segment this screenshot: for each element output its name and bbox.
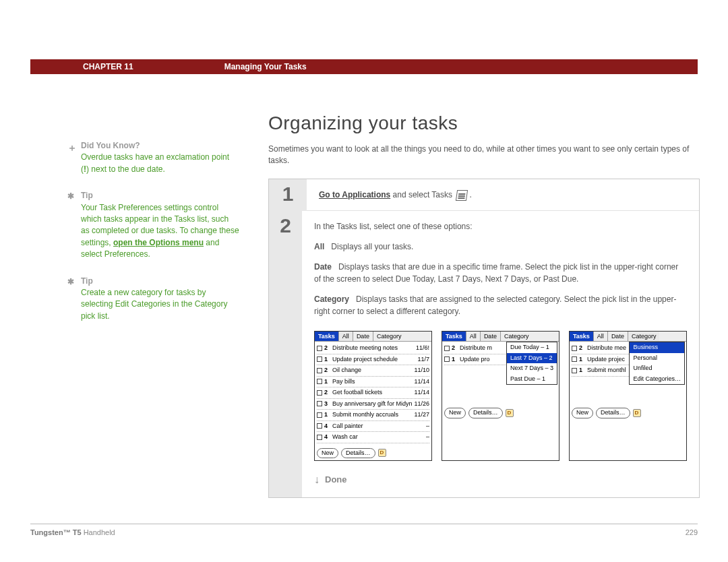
details-button[interactable]: Details… bbox=[341, 448, 375, 459]
task-row[interactable]: 4Wash car– bbox=[317, 432, 429, 443]
def-all-label: All bbox=[314, 242, 324, 251]
dropdown-option[interactable]: Personal bbox=[630, 353, 684, 364]
step-1: 1 Go to Applications and select Tasks . bbox=[269, 179, 699, 211]
mini-titlebar: Tasks All Date Category bbox=[570, 332, 686, 342]
priority: 4 bbox=[324, 422, 330, 431]
new-button[interactable]: New bbox=[572, 408, 593, 418]
step-num-col: 2 bbox=[269, 211, 302, 497]
task-row[interactable]: 1Update project schedule11/7 bbox=[317, 354, 429, 366]
def-category-text: Displays tasks that are assigned to the … bbox=[314, 294, 676, 316]
checkbox-icon[interactable] bbox=[317, 423, 322, 429]
tab-date[interactable]: Date bbox=[607, 332, 628, 341]
task-row[interactable]: 1Pay bills11/14 bbox=[317, 377, 429, 388]
task-row[interactable]: 3Buy anniversary gift for Midyne & Greg1… bbox=[317, 399, 429, 410]
task-date: – bbox=[426, 422, 429, 431]
checkbox-icon[interactable] bbox=[572, 346, 577, 351]
tab-category[interactable]: Category bbox=[628, 332, 660, 341]
task-row[interactable]: 2Get football tickets11/14 bbox=[317, 387, 429, 399]
did-you-know-block: Did You Know? Overdue tasks have an excl… bbox=[81, 140, 239, 175]
mini-all-view: Tasks All Date Category 2Distribute meet… bbox=[314, 331, 432, 461]
step-2-intro: In the Tasks list, select one of these o… bbox=[314, 220, 687, 232]
def-category: Category Displays tasks that are assigne… bbox=[314, 293, 687, 317]
task-row[interactable]: 2Distribute meeting notes11/6! bbox=[317, 343, 429, 354]
step-2-num: 2 bbox=[280, 214, 291, 237]
task-text: Wash car bbox=[332, 433, 424, 442]
checkbox-icon[interactable] bbox=[317, 401, 322, 406]
checkbox-icon[interactable] bbox=[317, 390, 322, 396]
priority: 2 bbox=[324, 366, 330, 375]
task-date: 11/14 bbox=[414, 377, 429, 387]
checkbox-icon[interactable] bbox=[317, 435, 322, 440]
go-to-applications-link[interactable]: Go to Applications bbox=[319, 190, 390, 199]
tab-category[interactable]: Category bbox=[500, 332, 533, 341]
task-date: 11/26 bbox=[414, 400, 429, 409]
checkbox-icon[interactable] bbox=[572, 368, 577, 373]
note-icon[interactable] bbox=[378, 449, 386, 457]
task-text: Buy anniversary gift for Midyne & Greg bbox=[332, 400, 412, 409]
priority: 2 bbox=[452, 344, 458, 353]
mini-date-view: Tasks All Date Category 2Distribute m1Up… bbox=[442, 331, 559, 461]
tab-all[interactable]: All bbox=[593, 332, 607, 341]
details-button[interactable]: Details… bbox=[596, 408, 630, 418]
category-dropdown[interactable]: BusinessPersonalUnfiledEdit Categories… bbox=[629, 342, 685, 385]
priority: 1 bbox=[324, 410, 330, 420]
checkbox-icon[interactable] bbox=[444, 356, 450, 362]
date-dropdown[interactable]: Due Today – 1Last 7 Days – 2Next 7 Days … bbox=[506, 342, 557, 385]
priority: 1 bbox=[324, 355, 330, 365]
step-2-content: In the Tasks list, select one of these o… bbox=[302, 211, 699, 497]
product-name: Tungsten™ T5 Handheld bbox=[30, 528, 115, 536]
dropdown-option[interactable]: Business bbox=[630, 342, 684, 353]
note-icon[interactable] bbox=[506, 409, 514, 417]
step-1-period: . bbox=[469, 190, 471, 199]
star-icon bbox=[67, 276, 74, 288]
did-you-know-label: Did You Know? bbox=[81, 141, 140, 150]
note-icon[interactable] bbox=[633, 409, 641, 417]
checkbox-icon[interactable] bbox=[572, 356, 577, 362]
open-options-menu-link[interactable]: open the Options menu bbox=[113, 238, 204, 247]
task-date: 11/27 bbox=[414, 410, 429, 420]
header-chapter: CHAPTER 11 bbox=[83, 62, 133, 71]
tip-block-2: Tip Create a new category for tasks by s… bbox=[81, 276, 239, 323]
mini-footer: New Details… bbox=[315, 446, 431, 461]
steps-box: 1 Go to Applications and select Tasks . … bbox=[268, 179, 700, 498]
new-button[interactable]: New bbox=[317, 448, 338, 459]
checkbox-icon[interactable] bbox=[317, 346, 322, 351]
def-date-label: Date bbox=[314, 262, 332, 272]
new-button[interactable]: New bbox=[444, 408, 466, 418]
mini-footer: New Details… bbox=[570, 406, 686, 420]
checkbox-icon[interactable] bbox=[317, 368, 322, 373]
details-button[interactable]: Details… bbox=[468, 408, 503, 418]
priority: 1 bbox=[452, 355, 458, 365]
task-text: Distribute meeting notes bbox=[332, 344, 414, 353]
tab-all[interactable]: All bbox=[466, 332, 480, 341]
task-row[interactable]: 1Submit monthly accruals11/27 bbox=[317, 410, 429, 421]
dropdown-option[interactable]: Past Due – 1 bbox=[507, 374, 557, 385]
task-text: Update project schedule bbox=[332, 355, 415, 365]
task-text: Submit monthly accruals bbox=[332, 410, 412, 420]
dropdown-option[interactable]: Edit Categories… bbox=[630, 374, 684, 385]
checkbox-icon[interactable] bbox=[317, 379, 322, 384]
tab-date[interactable]: Date bbox=[480, 332, 500, 341]
task-text: Pay bills bbox=[332, 377, 412, 387]
dropdown-option[interactable]: Last 7 Days – 2 bbox=[507, 353, 557, 364]
checkbox-icon[interactable] bbox=[444, 346, 450, 351]
page-number: 229 bbox=[686, 528, 698, 536]
mini-category-view: Tasks All Date Category 2Distribute mee1… bbox=[569, 331, 687, 461]
tab-date[interactable]: Date bbox=[353, 332, 373, 341]
dropdown-option[interactable]: Unfiled bbox=[630, 363, 684, 374]
tip-block-1: Tip Your Task Preferences settings contr… bbox=[81, 190, 239, 260]
task-row[interactable]: 2Oil change11/10 bbox=[317, 365, 429, 377]
step-num-col: 1 bbox=[269, 179, 307, 211]
tip1-label: Tip bbox=[81, 191, 93, 200]
task-date: 11/6! bbox=[416, 344, 429, 353]
dropdown-option[interactable]: Due Today – 1 bbox=[507, 342, 557, 353]
checkbox-icon[interactable] bbox=[317, 356, 322, 362]
checkbox-icon[interactable] bbox=[317, 412, 322, 418]
tab-category[interactable]: Category bbox=[373, 332, 405, 341]
def-date-text: Displays tasks that are due in a specifi… bbox=[314, 262, 678, 284]
dropdown-option[interactable]: Next 7 Days – 3 bbox=[507, 363, 557, 374]
tip2-text: Create a new category for tasks by selec… bbox=[81, 288, 227, 321]
task-row[interactable]: 4Call painter– bbox=[317, 421, 429, 433]
tab-all[interactable]: All bbox=[338, 332, 353, 341]
priority: 4 bbox=[324, 433, 330, 442]
